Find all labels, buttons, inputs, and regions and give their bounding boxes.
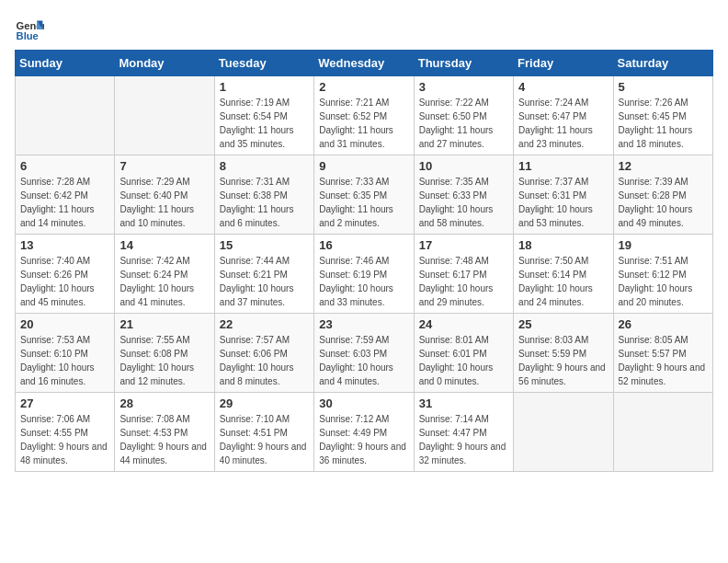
day-info: Sunrise: 8:01 AMSunset: 6:01 PMDaylight:… — [419, 333, 508, 388]
day-number: 3 — [419, 80, 508, 94]
calendar-day-cell: 19Sunrise: 7:51 AMSunset: 6:12 PMDayligh… — [613, 235, 712, 314]
day-info: Sunrise: 7:42 AMSunset: 6:24 PMDaylight:… — [119, 254, 209, 309]
calendar-day-cell: 21Sunrise: 7:55 AMSunset: 6:08 PMDayligh… — [115, 314, 214, 393]
calendar-header-row: SundayMondayTuesdayWednesdayThursdayFrid… — [16, 51, 713, 76]
calendar-day-cell: 17Sunrise: 7:48 AMSunset: 6:17 PMDayligh… — [414, 235, 513, 314]
calendar-day-cell — [16, 76, 115, 155]
day-number: 11 — [518, 159, 608, 173]
calendar-day-cell: 29Sunrise: 7:10 AMSunset: 4:51 PMDayligh… — [214, 393, 313, 472]
day-info: Sunrise: 7:33 AMSunset: 6:35 PMDaylight:… — [319, 175, 408, 230]
calendar-day-cell: 16Sunrise: 7:46 AMSunset: 6:19 PMDayligh… — [314, 235, 414, 314]
calendar-day-cell: 6Sunrise: 7:28 AMSunset: 6:42 PMDaylight… — [16, 155, 115, 235]
calendar-day-cell: 28Sunrise: 7:08 AMSunset: 4:53 PMDayligh… — [115, 393, 214, 472]
calendar-day-cell: 30Sunrise: 7:12 AMSunset: 4:49 PMDayligh… — [314, 393, 414, 472]
calendar-week-row: 13Sunrise: 7:40 AMSunset: 6:26 PMDayligh… — [16, 235, 713, 314]
calendar-day-cell: 13Sunrise: 7:40 AMSunset: 6:26 PMDayligh… — [16, 235, 115, 314]
page-header: General Blue — [15, 15, 713, 44]
calendar-day-cell: 26Sunrise: 8:05 AMSunset: 5:57 PMDayligh… — [613, 314, 712, 393]
calendar-day-cell: 27Sunrise: 7:06 AMSunset: 4:55 PMDayligh… — [16, 393, 115, 472]
weekday-header-saturday: Saturday — [613, 51, 712, 76]
day-number: 30 — [319, 396, 408, 410]
weekday-header-sunday: Sunday — [16, 51, 115, 76]
day-number: 29 — [220, 396, 309, 410]
day-info: Sunrise: 7:26 AMSunset: 6:45 PMDaylight:… — [619, 96, 708, 151]
day-number: 1 — [220, 80, 309, 94]
day-info: Sunrise: 7:51 AMSunset: 6:12 PMDaylight:… — [619, 254, 708, 309]
day-number: 2 — [319, 80, 408, 94]
day-number: 23 — [319, 317, 408, 331]
calendar-week-row: 20Sunrise: 7:53 AMSunset: 6:10 PMDayligh… — [16, 314, 713, 393]
day-info: Sunrise: 7:46 AMSunset: 6:19 PMDaylight:… — [319, 254, 408, 309]
day-info: Sunrise: 7:31 AMSunset: 6:38 PMDaylight:… — [220, 175, 309, 230]
day-number: 19 — [619, 238, 708, 252]
day-info: Sunrise: 7:59 AMSunset: 6:03 PMDaylight:… — [319, 333, 408, 388]
calendar-day-cell: 10Sunrise: 7:35 AMSunset: 6:33 PMDayligh… — [414, 155, 513, 235]
weekday-header-tuesday: Tuesday — [214, 51, 313, 76]
calendar-day-cell: 4Sunrise: 7:24 AMSunset: 6:47 PMDaylight… — [514, 76, 613, 155]
day-number: 26 — [619, 317, 708, 331]
day-info: Sunrise: 7:19 AMSunset: 6:54 PMDaylight:… — [220, 96, 309, 151]
calendar-week-row: 6Sunrise: 7:28 AMSunset: 6:42 PMDaylight… — [16, 155, 713, 235]
calendar-day-cell: 5Sunrise: 7:26 AMSunset: 6:45 PMDaylight… — [613, 76, 712, 155]
day-number: 24 — [419, 317, 508, 331]
day-number: 16 — [319, 238, 408, 252]
day-info: Sunrise: 7:37 AMSunset: 6:31 PMDaylight:… — [518, 175, 608, 230]
calendar-week-row: 1Sunrise: 7:19 AMSunset: 6:54 PMDaylight… — [16, 76, 713, 155]
day-number: 10 — [419, 159, 508, 173]
calendar-day-cell — [613, 393, 712, 472]
day-number: 6 — [20, 159, 109, 173]
day-info: Sunrise: 7:29 AMSunset: 6:40 PMDaylight:… — [119, 175, 209, 230]
day-info: Sunrise: 7:48 AMSunset: 6:17 PMDaylight:… — [419, 254, 508, 309]
day-info: Sunrise: 7:08 AMSunset: 4:53 PMDaylight:… — [119, 412, 209, 467]
day-number: 20 — [20, 317, 109, 331]
day-info: Sunrise: 7:24 AMSunset: 6:47 PMDaylight:… — [518, 96, 608, 151]
day-number: 28 — [119, 396, 209, 410]
calendar-day-cell — [115, 76, 214, 155]
logo: General Blue — [15, 15, 44, 44]
day-info: Sunrise: 7:10 AMSunset: 4:51 PMDaylight:… — [220, 412, 309, 467]
day-info: Sunrise: 7:35 AMSunset: 6:33 PMDaylight:… — [419, 175, 508, 230]
day-info: Sunrise: 7:28 AMSunset: 6:42 PMDaylight:… — [20, 175, 109, 230]
day-number: 18 — [518, 238, 608, 252]
svg-text:Blue: Blue — [17, 30, 39, 41]
calendar-day-cell: 14Sunrise: 7:42 AMSunset: 6:24 PMDayligh… — [115, 235, 214, 314]
day-info: Sunrise: 7:44 AMSunset: 6:21 PMDaylight:… — [220, 254, 309, 309]
day-number: 27 — [20, 396, 109, 410]
day-number: 5 — [619, 80, 708, 94]
day-info: Sunrise: 7:14 AMSunset: 4:47 PMDaylight:… — [419, 412, 508, 467]
calendar-day-cell: 12Sunrise: 7:39 AMSunset: 6:28 PMDayligh… — [613, 155, 712, 235]
day-number: 17 — [419, 238, 508, 252]
weekday-header-friday: Friday — [514, 51, 613, 76]
weekday-header-wednesday: Wednesday — [314, 51, 414, 76]
day-number: 4 — [518, 80, 608, 94]
day-info: Sunrise: 8:05 AMSunset: 5:57 PMDaylight:… — [619, 333, 708, 388]
day-number: 21 — [119, 317, 209, 331]
calendar-day-cell: 9Sunrise: 7:33 AMSunset: 6:35 PMDaylight… — [314, 155, 414, 235]
weekday-header-monday: Monday — [115, 51, 214, 76]
calendar-day-cell: 31Sunrise: 7:14 AMSunset: 4:47 PMDayligh… — [414, 393, 513, 472]
logo-icon: General Blue — [15, 15, 44, 44]
calendar-week-row: 27Sunrise: 7:06 AMSunset: 4:55 PMDayligh… — [16, 393, 713, 472]
calendar-day-cell: 24Sunrise: 8:01 AMSunset: 6:01 PMDayligh… — [414, 314, 513, 393]
day-info: Sunrise: 7:57 AMSunset: 6:06 PMDaylight:… — [220, 333, 309, 388]
day-info: Sunrise: 7:50 AMSunset: 6:14 PMDaylight:… — [518, 254, 608, 309]
day-number: 9 — [319, 159, 408, 173]
calendar-day-cell: 25Sunrise: 8:03 AMSunset: 5:59 PMDayligh… — [514, 314, 613, 393]
calendar-day-cell: 20Sunrise: 7:53 AMSunset: 6:10 PMDayligh… — [16, 314, 115, 393]
calendar-day-cell: 22Sunrise: 7:57 AMSunset: 6:06 PMDayligh… — [214, 314, 313, 393]
calendar-day-cell: 8Sunrise: 7:31 AMSunset: 6:38 PMDaylight… — [214, 155, 313, 235]
day-info: Sunrise: 7:53 AMSunset: 6:10 PMDaylight:… — [20, 333, 109, 388]
calendar-day-cell: 23Sunrise: 7:59 AMSunset: 6:03 PMDayligh… — [314, 314, 414, 393]
day-info: Sunrise: 7:55 AMSunset: 6:08 PMDaylight:… — [119, 333, 209, 388]
weekday-header-thursday: Thursday — [414, 51, 513, 76]
calendar-day-cell: 11Sunrise: 7:37 AMSunset: 6:31 PMDayligh… — [514, 155, 613, 235]
day-number: 31 — [419, 396, 508, 410]
calendar-day-cell: 2Sunrise: 7:21 AMSunset: 6:52 PMDaylight… — [314, 76, 414, 155]
day-number: 22 — [220, 317, 309, 331]
calendar-day-cell: 3Sunrise: 7:22 AMSunset: 6:50 PMDaylight… — [414, 76, 513, 155]
day-number: 15 — [220, 238, 309, 252]
day-info: Sunrise: 7:12 AMSunset: 4:49 PMDaylight:… — [319, 412, 408, 467]
day-number: 8 — [220, 159, 309, 173]
day-number: 13 — [20, 238, 109, 252]
day-number: 12 — [619, 159, 708, 173]
